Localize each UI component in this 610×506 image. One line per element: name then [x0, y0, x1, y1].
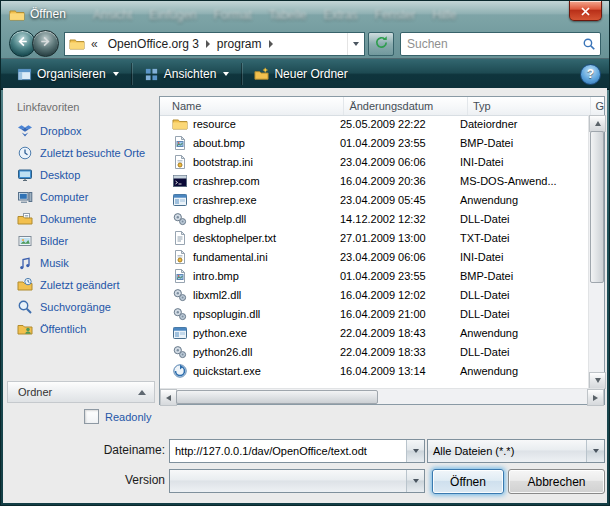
forward-arrow-icon [38, 34, 53, 53]
sidebar-item-label: Dropbox [40, 125, 82, 137]
sidebar-item-label: Desktop [40, 169, 80, 181]
file-row[interactable]: bootstrap.ini 23.04.2009 06:06 INI-Datei [160, 153, 589, 172]
readonly-checkbox[interactable] [84, 409, 99, 424]
file-row[interactable]: intro.bmp 01.04.2009 23:55 BMP-Datei [160, 267, 589, 286]
address-dropdown-button[interactable] [347, 33, 364, 55]
sidebar-item-public[interactable]: Öffentlich [7, 318, 155, 340]
command-toolbar: Organisieren Ansichten Neuer Ordner ? [1, 58, 609, 90]
version-combobox[interactable] [169, 469, 425, 493]
horizontal-scroll-thumb[interactable] [176, 390, 378, 404]
scroll-down-button[interactable] [589, 372, 606, 389]
sidebar-item-dropbox[interactable]: Dropbox [7, 120, 155, 142]
pictures-icon [17, 233, 33, 249]
filename-dropdown-button[interactable] [406, 440, 424, 462]
file-name: desktophelper.txt [193, 232, 276, 244]
filetype-dropdown-button[interactable] [586, 440, 604, 462]
sidebar-item-pictures[interactable]: Bilder [7, 230, 155, 252]
open-button[interactable]: Öffnen [432, 469, 504, 494]
file-row[interactable]: dbghelp.dll 14.12.2002 12:32 DLL-Datei [160, 210, 589, 229]
documents-icon [17, 211, 33, 227]
chevron-down-icon [413, 479, 419, 483]
sidebar-item-label: Öffentlich [40, 323, 86, 335]
sidebar-item-recently-changed[interactable]: Zuletzt geändert [7, 274, 155, 296]
breadcrumb-overflow-button[interactable]: « [87, 37, 102, 51]
file-row[interactable]: desktophelper.txt 27.01.2009 13:00 TXT-D… [160, 229, 589, 248]
dll-icon [172, 306, 188, 322]
readonly-row: Readonly [84, 409, 151, 424]
search-box [400, 32, 601, 56]
filetype-value: Alle Dateien (*.*) [428, 440, 586, 462]
cancel-button[interactable]: Abbrechen [508, 469, 605, 494]
sidebar-item-searches[interactable]: Suchvorgänge [7, 296, 155, 318]
file-name: npsoplugin.dll [193, 308, 260, 320]
application-icon [172, 325, 188, 341]
file-row[interactable]: fundamental.ini 23.04.2009 06:06 INI-Dat… [160, 248, 589, 267]
file-type: Dateiordner [460, 118, 517, 130]
file-name: crashrep.exe [193, 194, 257, 206]
sidebar-item-desktop[interactable]: Desktop [7, 164, 155, 186]
chevron-down-icon [413, 449, 419, 453]
dll-icon [172, 287, 188, 303]
file-row[interactable]: python26.dll 22.04.2009 18:33 DLL-Datei [160, 343, 589, 362]
breadcrumb-segment[interactable]: program [211, 37, 268, 51]
file-row[interactable]: resource 25.05.2009 22:22 Dateiordner [160, 115, 589, 134]
file-name: quickstart.exe [193, 365, 261, 377]
recently-changed-icon [17, 277, 33, 293]
vertical-scroll-thumb[interactable] [590, 131, 604, 283]
folder-icon [172, 116, 188, 132]
background-menu-item: Hilfe [432, 8, 456, 22]
application-icon [172, 192, 188, 208]
sidebar-item-recent-places[interactable]: Zuletzt besuchte Orte [7, 142, 155, 164]
file-name: about.bmp [193, 137, 245, 149]
new-folder-button[interactable]: Neuer Ordner [246, 63, 355, 85]
background-menu-item: Tabelle [269, 8, 307, 22]
breadcrumb-segment[interactable]: OpenOffice.org 3 [102, 37, 205, 51]
sidebar-item-documents[interactable]: Dokumente [7, 208, 155, 230]
file-type: DLL-Datei [460, 308, 510, 320]
sidebar-item-label: Zuletzt besuchte Orte [40, 147, 145, 159]
bitmap-icon [172, 135, 188, 151]
list-header: Name Änderungsdatum Typ G [160, 97, 604, 116]
organize-button[interactable]: Organisieren [9, 63, 127, 85]
toolbar-separator [241, 63, 242, 85]
scroll-left-button[interactable] [160, 389, 177, 406]
filetype-combobox[interactable]: Alle Dateien (*.*) [427, 439, 605, 463]
sidebar-item-music[interactable]: Musik [7, 252, 155, 274]
column-header-type[interactable]: Typ [468, 97, 592, 115]
refresh-button[interactable] [368, 32, 394, 56]
scroll-right-button[interactable] [587, 389, 604, 406]
horizontal-scrollbar[interactable] [160, 388, 604, 404]
file-type: TXT-Datei [460, 232, 510, 244]
folders-expander[interactable]: Ordner [7, 381, 155, 403]
views-button[interactable]: Ansichten [136, 63, 238, 85]
sidebar-item-label: Computer [40, 191, 88, 203]
ini-icon [172, 249, 188, 265]
column-header-date[interactable]: Änderungsdatum [344, 97, 468, 115]
file-row[interactable]: crashrep.com 16.04.2009 20:36 MS-DOS-Anw… [160, 172, 589, 191]
file-type: INI-Datei [460, 251, 503, 263]
file-row[interactable]: crashrep.exe 23.04.2009 05:45 Anwendung [160, 191, 589, 210]
computer-icon [17, 189, 33, 205]
file-type: BMP-Datei [460, 270, 513, 282]
file-row[interactable]: about.bmp 01.04.2009 23:55 BMP-Datei [160, 134, 589, 153]
file-row[interactable]: libxml2.dll 16.04.2009 12:02 DLL-Datei [160, 286, 589, 305]
file-date: 14.12.2002 12:32 [340, 213, 426, 225]
file-row[interactable]: python.exe 22.04.2009 18:43 Anwendung [160, 324, 589, 343]
version-dropdown-button[interactable] [406, 470, 424, 492]
column-header-name[interactable]: Name [160, 97, 344, 115]
new-folder-icon [254, 67, 269, 82]
sidebar-item-computer[interactable]: Computer [7, 186, 155, 208]
background-menu-item: Fenster [375, 8, 416, 22]
vertical-scrollbar[interactable] [588, 115, 604, 389]
file-row[interactable]: quickstart.exe 16.04.2009 13:14 Anwendun… [160, 362, 589, 381]
forward-button[interactable] [32, 30, 59, 57]
search-input[interactable] [401, 37, 578, 51]
file-type: INI-Datei [460, 156, 503, 168]
help-button[interactable]: ? [580, 64, 601, 85]
address-bar[interactable]: « OpenOffice.org 3 program [64, 32, 365, 56]
close-button[interactable] [569, 1, 602, 21]
scroll-up-button[interactable] [589, 115, 606, 132]
filename-input[interactable] [170, 440, 406, 462]
column-header-size[interactable]: G [591, 97, 604, 115]
file-row[interactable]: npsoplugin.dll 16.04.2009 21:00 DLL-Date… [160, 305, 589, 324]
